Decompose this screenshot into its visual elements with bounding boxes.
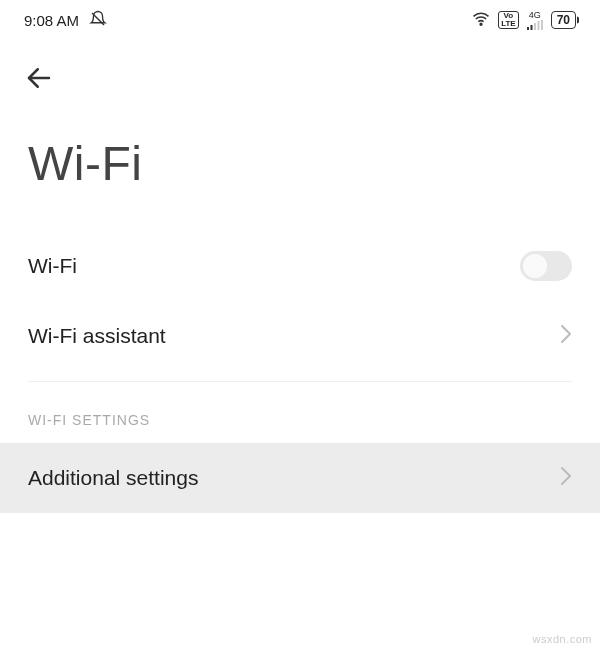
do-not-disturb-icon: [89, 10, 107, 31]
toggle-knob: [523, 254, 547, 278]
svg-rect-3: [534, 23, 536, 30]
status-time: 9:08 AM: [24, 12, 79, 29]
back-button[interactable]: [24, 60, 60, 96]
wifi-icon: [472, 10, 490, 31]
wifi-toggle-label: Wi-Fi: [28, 254, 77, 278]
battery-icon: 70: [551, 11, 576, 29]
chevron-right-icon: [560, 466, 572, 490]
svg-rect-4: [537, 21, 539, 30]
additional-settings-label: Additional settings: [28, 466, 198, 490]
back-row: [0, 40, 600, 106]
wifi-assistant-label: Wi-Fi assistant: [28, 324, 166, 348]
arrow-left-icon: [24, 63, 54, 93]
svg-rect-1: [527, 27, 529, 30]
watermark: wsxdn.com: [532, 633, 592, 645]
chevron-right-icon: [560, 324, 572, 348]
wifi-assistant-row[interactable]: Wi-Fi assistant: [0, 301, 600, 371]
wifi-toggle-switch[interactable]: [520, 251, 572, 281]
volte-icon: Vo LTE: [498, 11, 519, 29]
status-right: Vo LTE 4G 70: [472, 10, 576, 31]
svg-rect-2: [530, 25, 532, 30]
wifi-toggle-row[interactable]: Wi-Fi: [0, 231, 600, 301]
svg-rect-5: [541, 20, 543, 30]
additional-settings-row[interactable]: Additional settings: [0, 443, 600, 513]
cellular-signal-icon: 4G: [527, 11, 543, 30]
section-header: WI-FI SETTINGS: [0, 382, 600, 443]
status-bar: 9:08 AM Vo LTE 4G: [0, 0, 600, 40]
svg-point-0: [480, 23, 482, 25]
status-left: 9:08 AM: [24, 10, 107, 31]
page-title: Wi-Fi: [0, 106, 600, 231]
